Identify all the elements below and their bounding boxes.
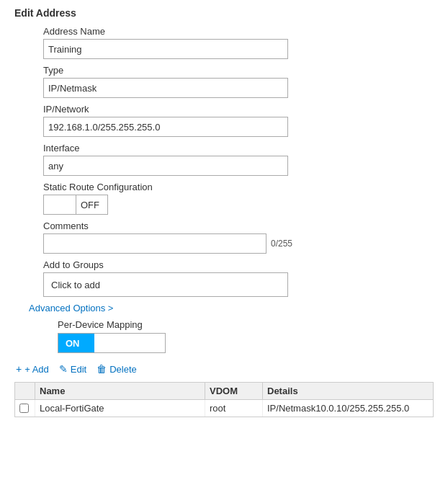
static-route-label: Static Route Configuration — [43, 182, 434, 192]
address-name-label: Address Name — [43, 26, 434, 37]
interface-label: Interface — [43, 143, 434, 153]
per-device-section: Per-Device Mapping ON — [58, 319, 434, 353]
advanced-options-link[interactable]: Advanced Options > — [29, 303, 113, 313]
ip-network-group: IP/Network — [43, 104, 434, 137]
static-route-toggle[interactable]: OFF — [43, 195, 108, 215]
toolbar: + + Add ✎ Edit 🗑 Delete — [14, 360, 434, 378]
page-title: Edit Address — [14, 7, 434, 19]
row-checkbox-cell[interactable] — [15, 400, 35, 417]
static-route-toggle-row: OFF — [43, 195, 434, 215]
type-group: Type — [43, 65, 434, 98]
toggle-off-label: OFF — [76, 200, 104, 210]
add-to-groups-label: Add to Groups — [43, 259, 434, 270]
comments-group: Comments 0/255 — [43, 221, 434, 254]
col-checkbox — [15, 383, 35, 399]
address-name-input[interactable] — [43, 39, 288, 59]
table-row: Local-FortiGate root IP/Netmask10.0.10/2… — [15, 400, 433, 417]
type-input[interactable] — [43, 78, 288, 98]
edit-button[interactable]: ✎ Edit — [59, 363, 86, 375]
char-count: 0/255 — [271, 239, 292, 249]
col-vdom: VDOM — [205, 383, 263, 399]
add-to-groups-group: Add to Groups Click to add — [43, 259, 434, 297]
toggle-off-blank — [44, 195, 76, 214]
table-header: Name VDOM Details — [15, 383, 433, 400]
comments-input[interactable] — [43, 233, 266, 254]
delete-label: Delete — [109, 364, 137, 375]
add-label: + Add — [24, 364, 49, 375]
ip-network-input[interactable] — [43, 117, 288, 137]
row-vdom-cell: root — [205, 400, 263, 417]
advanced-options-section: Advanced Options > — [29, 303, 434, 313]
row-details-cell: IP/Netmask10.0.10/255.255.255.0 — [263, 400, 433, 417]
per-device-label: Per-Device Mapping — [58, 319, 434, 330]
address-name-group: Address Name — [43, 26, 434, 59]
add-to-groups-placeholder: Click to add — [51, 280, 100, 290]
add-button[interactable]: + + Add — [16, 363, 49, 375]
row-name-cell: Local-FortiGate — [35, 400, 205, 417]
col-name: Name — [35, 383, 205, 399]
type-label: Type — [43, 65, 434, 76]
delete-button[interactable]: 🗑 Delete — [97, 363, 137, 375]
per-device-toggle[interactable]: ON — [58, 333, 166, 353]
col-details: Details — [263, 383, 433, 399]
add-icon: + — [16, 363, 22, 375]
address-table: Name VDOM Details Local-FortiGate root I… — [14, 382, 434, 417]
interface-input[interactable] — [43, 156, 288, 176]
edit-icon: ✎ — [59, 363, 68, 375]
static-route-group: Static Route Configuration OFF — [43, 182, 434, 215]
add-to-groups-button[interactable]: Click to add — [43, 272, 288, 297]
row-checkbox[interactable] — [19, 404, 29, 413]
interface-group: Interface — [43, 143, 434, 176]
edit-label: Edit — [71, 364, 86, 375]
delete-icon: 🗑 — [97, 363, 107, 375]
per-device-toggle-on-label: ON — [58, 334, 94, 352]
per-device-toggle-blank — [94, 334, 165, 352]
comments-row: 0/255 — [43, 233, 434, 254]
comments-label: Comments — [43, 221, 434, 231]
ip-network-label: IP/Network — [43, 104, 434, 115]
